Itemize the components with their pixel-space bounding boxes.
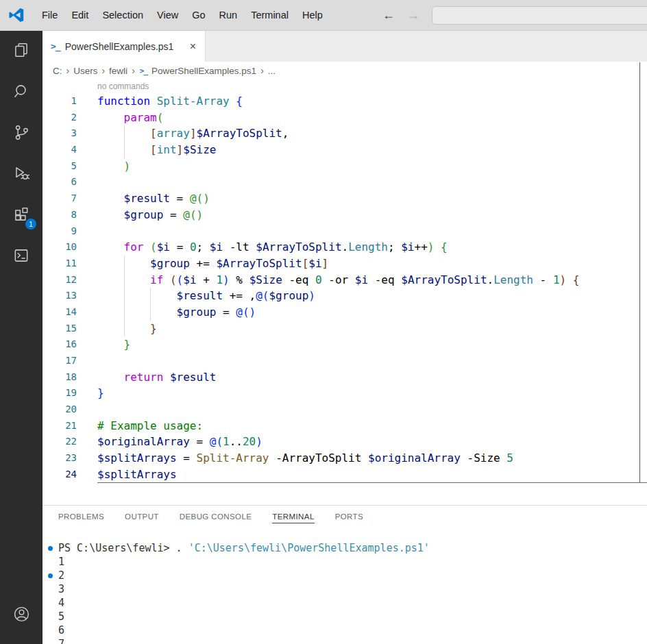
terminal-line: 7 bbox=[42, 637, 647, 644]
menu-edit[interactable]: Edit bbox=[64, 10, 95, 21]
code-line[interactable]: 19} bbox=[42, 385, 647, 401]
code-text: param( bbox=[97, 110, 647, 126]
menu-terminal[interactable]: Terminal bbox=[244, 10, 295, 21]
breadcrumb-item[interactable]: ... bbox=[267, 66, 276, 76]
line-number[interactable]: 7 bbox=[42, 190, 77, 207]
accounts-button[interactable] bbox=[0, 595, 42, 636]
code-text: } bbox=[97, 336, 647, 353]
breadcrumb-item[interactable]: fewli bbox=[108, 66, 128, 76]
code-line[interactable]: 1function Split-Array { bbox=[42, 93, 647, 110]
panel-tab-debug-console[interactable]: DEBUG CONSOLE bbox=[180, 512, 252, 523]
code-line[interactable]: 7 $result = @() bbox=[42, 190, 647, 207]
extensions-badge: 1 bbox=[25, 219, 36, 230]
code-text: $group += $ArrayToSplit[$i] bbox=[97, 256, 647, 272]
line-number[interactable]: 12 bbox=[42, 272, 77, 288]
menu-run[interactable]: Run bbox=[212, 10, 245, 21]
line-number[interactable]: 5 bbox=[42, 158, 77, 175]
line-number[interactable]: 20 bbox=[42, 401, 77, 418]
code-line[interactable]: 5 ) bbox=[42, 158, 647, 175]
code-lines: 1function Split-Array {2 param(3 [array]… bbox=[42, 93, 647, 483]
line-number[interactable]: 22 bbox=[42, 434, 77, 450]
code-editor[interactable]: no commands 1function Split-Array {2 par… bbox=[42, 79, 647, 505]
line-number[interactable]: 6 bbox=[42, 174, 77, 190]
line-number[interactable]: 11 bbox=[42, 256, 77, 272]
code-line[interactable]: 15 } bbox=[42, 321, 647, 337]
activity-run-debug-button[interactable] bbox=[0, 154, 42, 195]
code-line[interactable]: 23$splitArrays = Split-Array -ArrayToSpl… bbox=[42, 450, 647, 467]
code-line[interactable]: 13 $result += ,@($group) bbox=[42, 288, 647, 304]
code-line[interactable]: 11 $group += $ArrayToSplit[$i] bbox=[42, 256, 647, 272]
editor-right-border bbox=[639, 62, 640, 483]
panel-tab-ports[interactable]: PORTS bbox=[335, 512, 363, 523]
breadcrumb-item[interactable]: C: bbox=[52, 66, 63, 76]
line-number[interactable]: 4 bbox=[42, 142, 77, 158]
tab-close-button[interactable]: × bbox=[188, 40, 198, 53]
code-line[interactable]: 10 for ($i = 0; $i -lt $ArrayToSplit.Len… bbox=[42, 239, 647, 256]
activity-explorer-button[interactable] bbox=[0, 31, 42, 72]
code-line[interactable]: 6 bbox=[42, 174, 647, 190]
code-line[interactable]: 9 bbox=[42, 223, 647, 240]
code-text bbox=[97, 401, 647, 418]
line-number[interactable]: 24 bbox=[42, 467, 77, 483]
line-number[interactable]: 19 bbox=[42, 385, 77, 401]
line-number[interactable]: 15 bbox=[42, 321, 77, 337]
code-line[interactable]: 17 bbox=[42, 353, 647, 369]
line-number[interactable]: 16 bbox=[42, 336, 77, 353]
line-number[interactable]: 23 bbox=[42, 450, 77, 467]
line-number[interactable]: 9 bbox=[42, 223, 77, 240]
panel-tab-output[interactable]: OUTPUT bbox=[125, 512, 159, 523]
indent-guide bbox=[124, 256, 125, 272]
title-bar: FileEditSelectionViewGoRunTerminalHelp ←… bbox=[0, 0, 647, 31]
code-line[interactable]: 14 $group = @() bbox=[42, 304, 647, 321]
code-line[interactable]: 8 $group = @() bbox=[42, 207, 647, 223]
line-number[interactable]: 13 bbox=[42, 288, 77, 304]
activity-source-control-button[interactable] bbox=[0, 113, 42, 154]
line-number[interactable]: 17 bbox=[42, 353, 77, 369]
command-center[interactable] bbox=[432, 6, 647, 25]
activity-terminal-button[interactable] bbox=[0, 236, 42, 277]
codelens-label[interactable]: no commands bbox=[97, 79, 647, 93]
code-line[interactable]: 3 [array]$ArrayToSplit, bbox=[42, 125, 647, 142]
search-icon bbox=[12, 82, 30, 103]
line-number[interactable]: 1 bbox=[42, 93, 77, 110]
code-line[interactable]: 12 if (($i + 1) % $Size -eq 0 -or $i -eq… bbox=[42, 272, 647, 288]
menu-go[interactable]: Go bbox=[185, 10, 212, 21]
code-line[interactable]: 20 bbox=[42, 401, 647, 418]
line-number[interactable]: 3 bbox=[42, 125, 77, 142]
code-text bbox=[97, 353, 647, 369]
line-number[interactable]: 21 bbox=[42, 418, 77, 434]
command-decoration-dot[interactable] bbox=[48, 573, 53, 578]
vscode-logo-icon[interactable] bbox=[9, 8, 24, 23]
code-line[interactable]: 21# Example usage: bbox=[42, 418, 647, 434]
breadcrumb-item[interactable]: PowerShellExamples.ps1 bbox=[151, 66, 257, 76]
line-number[interactable]: 8 bbox=[42, 207, 77, 223]
forward-button[interactable]: → bbox=[407, 0, 419, 31]
activity-extensions-button[interactable]: 1 bbox=[0, 195, 42, 236]
line-number[interactable]: 10 bbox=[42, 239, 77, 256]
line-number[interactable]: 2 bbox=[42, 110, 77, 126]
powershell-file-icon: >_ bbox=[51, 41, 60, 51]
code-line[interactable]: 22$originalArray = @(1..20) bbox=[42, 434, 647, 450]
panel-tab-terminal[interactable]: TERMINAL bbox=[272, 512, 314, 523]
code-text: $group = @() bbox=[97, 207, 647, 223]
code-line[interactable]: 24$splitArrays bbox=[42, 467, 647, 483]
code-line[interactable]: 18 return $result bbox=[42, 369, 647, 386]
menu-view[interactable]: View bbox=[150, 10, 185, 21]
menu-help[interactable]: Help bbox=[295, 10, 330, 21]
code-line[interactable]: 16 } bbox=[42, 336, 647, 353]
breadcrumb-item[interactable]: Users bbox=[73, 66, 98, 76]
code-line[interactable]: 4 [int]$Size bbox=[42, 142, 647, 158]
menu-selection[interactable]: Selection bbox=[95, 10, 150, 21]
code-line[interactable]: 2 param( bbox=[42, 110, 647, 126]
indent-guide bbox=[124, 321, 125, 337]
line-number[interactable]: 18 bbox=[42, 369, 77, 386]
command-decoration-dot[interactable] bbox=[48, 546, 53, 551]
code-text: return $result bbox=[97, 369, 647, 386]
terminal-view[interactable]: PS C:\Users\fewli> . 'C:\Users\fewli\Pow… bbox=[42, 530, 647, 644]
menu-file[interactable]: File bbox=[35, 10, 64, 21]
activity-search-button[interactable] bbox=[0, 72, 42, 113]
line-number[interactable]: 14 bbox=[42, 304, 77, 321]
back-button[interactable]: ← bbox=[382, 0, 395, 31]
panel-tab-problems[interactable]: PROBLEMS bbox=[58, 512, 104, 523]
tab-powershellexamples[interactable]: >_ PowerShellExamples.ps1 × bbox=[42, 31, 206, 62]
